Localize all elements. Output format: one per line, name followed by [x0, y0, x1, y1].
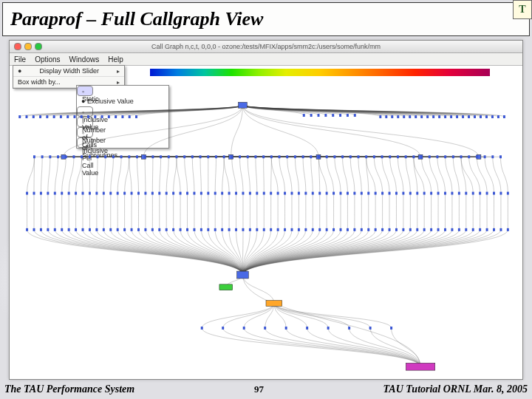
- svg-rect-17: [129, 115, 131, 118]
- svg-rect-226: [312, 228, 314, 231]
- svg-rect-30: [397, 115, 399, 118]
- svg-rect-122: [75, 192, 77, 195]
- svg-rect-61: [81, 155, 83, 158]
- menu-bar[interactable]: File Options Windows Help: [10, 53, 522, 66]
- window-title: Call Graph n,c,t, 0,0,0 - ozone:/tests/M…: [10, 43, 522, 50]
- svg-rect-252: [493, 228, 495, 231]
- svg-rect-196: [103, 228, 105, 231]
- svg-rect-211: [207, 228, 209, 231]
- svg-rect-195: [95, 228, 98, 231]
- svg-rect-129: [123, 192, 126, 195]
- svg-rect-69: [144, 155, 146, 158]
- svg-rect-189: [54, 228, 56, 231]
- svg-rect-164: [367, 192, 369, 195]
- svg-rect-264: [327, 327, 330, 330]
- svg-rect-265: [348, 327, 350, 330]
- svg-rect-187: [40, 228, 42, 231]
- svg-rect-37: [438, 115, 440, 118]
- svg-rect-56: [41, 155, 44, 158]
- svg-rect-220: [270, 228, 272, 231]
- svg-rect-133: [151, 192, 154, 195]
- menu-help[interactable]: Help: [108, 55, 123, 64]
- svg-rect-157: [318, 192, 321, 195]
- svg-rect-105: [429, 155, 431, 158]
- svg-rect-11: [87, 115, 89, 118]
- svg-rect-72: [168, 155, 170, 158]
- svg-rect-58: [57, 155, 59, 158]
- svg-rect-203: [151, 228, 154, 231]
- svg-rect-222: [284, 228, 286, 231]
- svg-rect-180: [479, 192, 481, 195]
- svg-rect-76: [200, 155, 202, 158]
- svg-rect-186: [33, 228, 35, 231]
- svg-rect-155: [304, 192, 307, 195]
- svg-rect-192: [75, 228, 77, 231]
- svg-rect-147: [249, 192, 251, 195]
- svg-rect-267: [390, 327, 392, 330]
- svg-rect-116: [33, 192, 35, 195]
- svg-rect-55: [33, 155, 35, 158]
- svg-rect-83: [254, 155, 256, 158]
- svg-rect-178: [465, 192, 467, 195]
- svg-rect-256: [219, 284, 233, 290]
- svg-rect-81: [239, 155, 241, 158]
- svg-rect-258: [201, 327, 203, 330]
- menu-windows[interactable]: Windows: [69, 55, 100, 64]
- svg-rect-201: [137, 228, 140, 231]
- svg-rect-145: [235, 192, 237, 195]
- svg-rect-169: [402, 192, 404, 195]
- menu-options[interactable]: Options: [35, 55, 60, 64]
- menu-file[interactable]: File: [14, 55, 26, 64]
- svg-rect-40: [456, 115, 458, 118]
- svg-rect-5: [46, 115, 48, 118]
- svg-rect-26: [354, 114, 356, 117]
- svg-rect-240: [409, 228, 412, 231]
- svg-rect-177: [458, 192, 460, 195]
- svg-rect-62: [89, 155, 91, 158]
- svg-rect-87: [286, 155, 288, 158]
- window-titlebar[interactable]: Call Graph n,c,t, 0,0,0 - ozone:/tests/M…: [10, 41, 522, 53]
- svg-rect-227: [318, 228, 321, 231]
- svg-rect-120: [61, 192, 63, 195]
- svg-rect-71: [160, 155, 162, 158]
- svg-rect-131: [137, 192, 140, 195]
- svg-rect-183: [499, 192, 502, 195]
- svg-rect-65: [112, 155, 115, 158]
- slide-title: Paraprof – Full Callgraph View: [10, 8, 263, 30]
- slide-title-bar: Paraprof – Full Callgraph View: [2, 2, 530, 36]
- svg-rect-22: [324, 114, 327, 117]
- callgraph-canvas[interactable]: [10, 66, 522, 379]
- svg-rect-234: [367, 228, 369, 231]
- svg-rect-77: [207, 155, 209, 158]
- svg-rect-245: [444, 228, 446, 231]
- svg-rect-261: [264, 327, 266, 330]
- svg-rect-94: [341, 155, 344, 158]
- svg-rect-246: [451, 228, 453, 231]
- paraprof-window: Call Graph n,c,t, 0,0,0 - ozone:/tests/M…: [9, 40, 523, 380]
- svg-rect-158: [326, 192, 328, 195]
- svg-rect-223: [291, 228, 293, 231]
- svg-rect-242: [423, 228, 426, 231]
- svg-rect-193: [82, 228, 84, 231]
- svg-rect-161: [347, 192, 349, 195]
- svg-rect-4: [39, 115, 41, 118]
- svg-rect-172: [423, 192, 426, 195]
- svg-rect-259: [222, 327, 224, 330]
- svg-rect-229: [332, 228, 335, 231]
- svg-rect-75: [191, 155, 194, 158]
- svg-rect-44: [480, 115, 482, 118]
- svg-rect-136: [172, 192, 174, 195]
- svg-rect-170: [409, 192, 412, 195]
- svg-rect-64: [104, 155, 106, 158]
- svg-rect-112: [484, 155, 486, 158]
- svg-rect-123: [82, 192, 84, 195]
- svg-rect-128: [117, 192, 119, 195]
- svg-rect-200: [131, 228, 133, 231]
- svg-rect-121: [68, 192, 70, 195]
- svg-rect-219: [263, 228, 265, 231]
- svg-rect-35: [426, 115, 429, 118]
- svg-rect-74: [183, 155, 185, 158]
- svg-rect-80: [231, 155, 233, 158]
- tau-badge-icon: T: [513, 0, 532, 19]
- svg-rect-165: [375, 192, 377, 195]
